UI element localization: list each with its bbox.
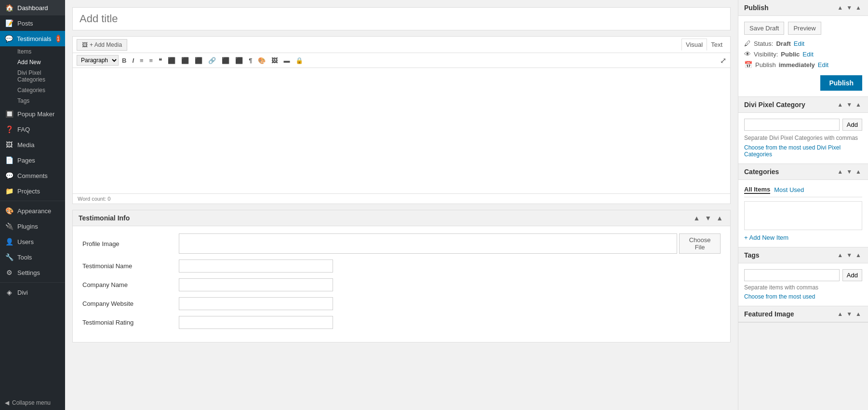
sidebar-item-plugins[interactable]: 🔌 Plugins	[0, 219, 65, 234]
editor-tabs: Visual Text	[681, 39, 726, 51]
cat-collapse-up-button[interactable]: ▲	[836, 168, 844, 175]
bar-button[interactable]: ▬	[281, 55, 292, 66]
save-draft-button[interactable]: Save Draft	[744, 22, 784, 35]
publish-collapse-up-button[interactable]: ▲	[836, 4, 844, 11]
dpc-minimize-button[interactable]: ▲	[855, 101, 862, 108]
add-new-item-link[interactable]: + Add New Item	[744, 234, 788, 241]
ordered-list-button[interactable]: ≡	[147, 55, 156, 66]
tags-text-input[interactable]	[744, 269, 840, 281]
sidebar-item-pages[interactable]: 📄 Pages	[0, 152, 65, 168]
visual-tab-button[interactable]: Visual	[681, 39, 707, 51]
tags-minimize-button[interactable]: ▲	[855, 252, 862, 259]
publish-collapse-down-button[interactable]: ▼	[845, 4, 853, 11]
testimonial-name-input[interactable]	[179, 260, 333, 273]
sidebar-item-comments[interactable]: 💬 Comments	[0, 168, 65, 183]
text-tab-button[interactable]: Text	[707, 39, 726, 51]
fi-collapse-up-button[interactable]: ▲	[836, 311, 844, 317]
visibility-edit-link[interactable]: Edit	[802, 51, 813, 58]
sidebar-item-label: Users	[17, 238, 34, 246]
sidebar-sub-all-items[interactable]: Items	[0, 46, 65, 57]
expand-editor-button[interactable]: ⤢	[720, 56, 726, 65]
tags-choose-link[interactable]: Choose from the most used	[744, 293, 815, 300]
metabox-collapse-up-button[interactable]: ▲	[692, 214, 701, 222]
align-center-button[interactable]: ⬛	[179, 55, 191, 66]
status-edit-link[interactable]: Edit	[794, 40, 804, 47]
align-left-button[interactable]: ⬛	[165, 55, 178, 66]
publish-time-edit-link[interactable]: Edit	[818, 61, 828, 68]
dpc-text-input[interactable]	[744, 119, 840, 131]
editor-body[interactable]	[73, 68, 730, 193]
paragraph-select[interactable]: Paragraph Heading 1 Heading 2 Heading 3	[77, 55, 119, 66]
sidebar-item-dashboard[interactable]: 🏠 Dashboard	[0, 0, 65, 15]
sidebar-item-appearance[interactable]: 🎨 Appearance	[0, 203, 65, 219]
testimonials-badge: 1	[56, 35, 60, 42]
sidebar-item-users[interactable]: 👤 Users	[0, 234, 65, 249]
tags-collapse-down-button[interactable]: ▼	[845, 252, 853, 259]
featured-image-header[interactable]: Featured Image ▲ ▼ ▲	[738, 306, 868, 322]
cat-minimize-button[interactable]: ▲	[855, 168, 862, 175]
company-name-input[interactable]	[179, 278, 333, 291]
status-row: 🖊 Status: Draft Edit	[744, 40, 862, 47]
sidebar-item-divi[interactable]: ◈ Divi	[0, 285, 65, 300]
sidebar-item-settings[interactable]: ⚙ Settings	[0, 265, 65, 280]
more-button[interactable]: ⬛	[219, 55, 232, 66]
sidebar-item-tools[interactable]: 🔧 Tools	[0, 249, 65, 265]
divi-pixel-category-header[interactable]: Divi Pixel Category ▲ ▼ ▲	[738, 97, 868, 113]
sidebar-item-projects[interactable]: 📁 Projects	[0, 183, 65, 199]
fullscreen-button[interactable]: ⬛	[233, 55, 245, 66]
lock-button[interactable]: 🔒	[293, 55, 306, 66]
fi-panel-controls: ▲ ▼ ▲	[836, 311, 862, 317]
paragraph-mark-button[interactable]: ¶	[246, 55, 254, 66]
tags-header[interactable]: Tags ▲ ▼ ▲	[738, 247, 868, 263]
sidebar-item-media[interactable]: 🖼 Media	[0, 137, 65, 152]
fi-minimize-button[interactable]: ▲	[855, 311, 862, 317]
cat-collapse-down-button[interactable]: ▼	[845, 168, 853, 175]
dpc-add-button[interactable]: Add	[842, 119, 862, 131]
blockquote-button[interactable]: ❝	[156, 55, 164, 66]
italic-button[interactable]: I	[130, 55, 136, 66]
sidebar-sub-add-new[interactable]: Add New	[0, 57, 65, 68]
collapse-menu-button[interactable]: ◀ Collapse menu	[0, 396, 65, 410]
tags-add-button[interactable]: Add	[842, 269, 862, 281]
sidebar-item-label: Media	[17, 141, 34, 149]
sidebar-sub-divi-pixel-categories[interactable]: Divi Pixel Categories	[0, 68, 65, 85]
company-website-input[interactable]	[179, 297, 333, 310]
testimonial-name-row: Testimonial Name	[82, 260, 721, 273]
sidebar-sub-categories[interactable]: Categories	[0, 85, 65, 96]
publish-panel-header[interactable]: Publish ▲ ▼ ▲	[738, 0, 868, 16]
bold-button[interactable]: B	[120, 55, 129, 66]
publish-button[interactable]: Publish	[820, 75, 862, 91]
align-right-button[interactable]: ⬛	[192, 55, 205, 66]
profile-image-row: Profile Image Choose File	[82, 233, 721, 254]
choose-file-button[interactable]: Choose File	[679, 233, 721, 254]
fi-collapse-down-button[interactable]: ▼	[845, 311, 853, 317]
dpc-choose-link[interactable]: Choose from the most used Divi Pixel Cat…	[744, 144, 862, 158]
publish-action-buttons: Save Draft Preview	[744, 22, 862, 35]
sidebar-item-popup-maker[interactable]: 🔲 Popup Maker	[0, 106, 65, 122]
unordered-list-button[interactable]: ≡	[137, 55, 146, 66]
metabox-collapse-down-button[interactable]: ▼	[703, 214, 713, 222]
sidebar-sub-tags[interactable]: Tags	[0, 96, 65, 106]
metabox-minimize-button[interactable]: ▲	[715, 214, 724, 222]
cat-tab-all-items[interactable]: All Items	[744, 186, 770, 194]
dpc-collapse-down-button[interactable]: ▼	[845, 101, 853, 108]
profile-image-text-input[interactable]	[179, 233, 677, 254]
preview-button[interactable]: Preview	[788, 22, 821, 35]
categories-header[interactable]: Categories ▲ ▼ ▲	[738, 164, 868, 180]
sidebar-item-testimonials[interactable]: 💬 Testimonials 1	[0, 31, 65, 46]
testimonial-info-metabox: Testimonial Info ▲ ▼ ▲ Profile Image	[72, 210, 731, 342]
cat-tab-most-used[interactable]: Most Used	[774, 186, 804, 194]
publish-time-value: immediately	[779, 61, 815, 68]
post-title-input[interactable]	[72, 7, 731, 30]
sidebar-item-faq[interactable]: ❓ FAQ	[0, 122, 65, 137]
testimonial-info-header: Testimonial Info ▲ ▼ ▲	[73, 210, 730, 226]
link-button[interactable]: 🔗	[206, 55, 218, 66]
add-media-button[interactable]: 🖼 + Add Media	[77, 39, 127, 51]
testimonial-rating-input[interactable]	[179, 316, 333, 329]
color-button[interactable]: 🎨	[255, 55, 268, 66]
sidebar-item-posts[interactable]: 📝 Posts	[0, 15, 65, 31]
publish-minimize-button[interactable]: ▲	[855, 4, 862, 11]
tags-collapse-up-button[interactable]: ▲	[836, 252, 844, 259]
image-button[interactable]: 🖼	[269, 55, 280, 66]
dpc-collapse-up-button[interactable]: ▲	[836, 101, 844, 108]
